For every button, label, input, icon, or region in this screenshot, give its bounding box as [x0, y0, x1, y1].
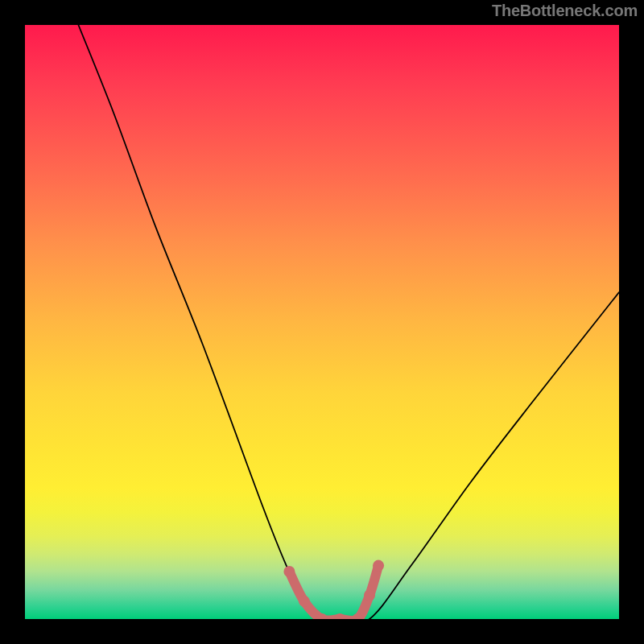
chart-frame: TheBottleneck.com: [0, 0, 644, 644]
curve-series: [78, 25, 619, 619]
watermark-text: TheBottleneck.com: [492, 2, 638, 20]
marker-dot: [299, 596, 310, 607]
marker-dot: [364, 589, 375, 601]
marker-band: [283, 560, 384, 619]
plot-area: [25, 25, 619, 619]
marker-dot: [373, 560, 384, 572]
marker-dot: [334, 613, 345, 619]
plot-svg: [25, 25, 619, 619]
curve-line: [78, 25, 619, 619]
marker-dot: [283, 566, 295, 577]
